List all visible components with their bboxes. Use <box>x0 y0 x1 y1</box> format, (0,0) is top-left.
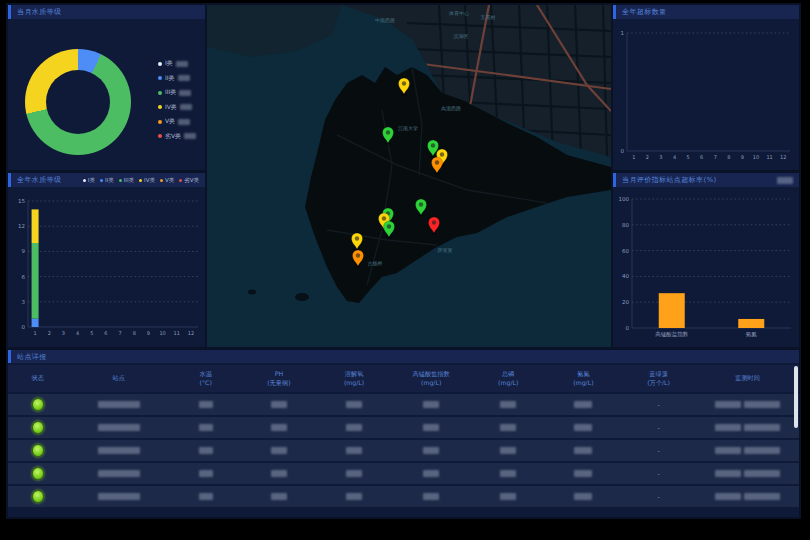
redacted-value <box>199 424 213 431</box>
monthly-grade-chart: I类II类III类IV类V类劣V类 <box>8 19 205 170</box>
status-cell <box>8 421 67 434</box>
bar-segment[interactable] <box>32 209 39 243</box>
value-cell <box>241 470 316 477</box>
monthly-rate-chart[interactable]: 020406080100高锰酸盐指数氨氮 <box>613 187 799 346</box>
legend-label: II类 <box>105 177 114 184</box>
value-cell <box>471 470 546 477</box>
column-header: 高锰酸盐指数(mg/L) <box>392 370 471 387</box>
table-row[interactable]: - <box>8 440 799 461</box>
redacted-value <box>574 493 592 500</box>
bar-segment[interactable] <box>659 293 685 328</box>
svg-text:9: 9 <box>147 330 150 336</box>
redacted-value <box>715 470 741 477</box>
redacted-value <box>744 470 780 477</box>
legend-item[interactable]: I类 <box>83 177 95 184</box>
legend-dot <box>119 179 122 182</box>
value-cell <box>241 424 316 431</box>
value-cell <box>392 447 471 454</box>
column-header: PH(无量纲) <box>241 370 316 387</box>
redacted-value <box>574 447 592 454</box>
panel-monthly-grade: 当月水质等级 I类II类III类IV类V类劣V类 <box>8 5 205 170</box>
redacted-value <box>98 401 140 408</box>
value-cell <box>546 493 621 500</box>
table-row[interactable]: - <box>8 417 799 438</box>
column-header: 状态 <box>8 374 67 383</box>
redacted-value <box>199 447 213 454</box>
table-scrollbar-thumb[interactable] <box>794 366 798 428</box>
redacted-value <box>423 470 439 477</box>
redacted-value <box>98 470 140 477</box>
legend-label: I类 <box>88 177 95 184</box>
redacted-value <box>500 493 516 500</box>
map-street-label: 薛家里 <box>438 247 453 253</box>
value-cell: - <box>621 424 696 431</box>
redacted-value <box>179 90 191 96</box>
svg-text:2: 2 <box>646 154 649 160</box>
column-header: 总磷(mg/L) <box>471 370 546 387</box>
panel-monthly-rate-header: 当月评价指标站点超标率(%) <box>613 173 799 187</box>
status-cell <box>8 398 67 411</box>
legend-item[interactable]: V类 <box>158 117 196 126</box>
bar-segment[interactable] <box>738 319 764 328</box>
redacted-value <box>744 401 780 408</box>
legend-item[interactable]: IV类 <box>158 103 196 112</box>
value-cell <box>170 424 241 431</box>
panel-annual-exceed: 全年超标数量 01123456789101112 <box>613 5 799 170</box>
legend-item[interactable]: I类 <box>158 59 196 68</box>
status-indicator-normal <box>32 490 44 503</box>
table-row[interactable]: - <box>8 394 799 415</box>
value-cell <box>392 424 471 431</box>
redacted-value <box>715 447 741 454</box>
value-cell <box>546 401 621 408</box>
bar-segment[interactable] <box>32 319 39 327</box>
legend-item[interactable]: IV类 <box>139 177 155 184</box>
svg-text:0: 0 <box>621 148 625 154</box>
redacted-value <box>715 493 741 500</box>
legend-item[interactable]: III类 <box>119 177 134 184</box>
column-header: 监测时间 <box>696 374 799 383</box>
redacted-value <box>180 104 192 110</box>
legend-label: II类 <box>165 74 175 83</box>
legend-item[interactable]: II类 <box>158 74 196 83</box>
map-street-label: 体育中心 <box>448 10 469 16</box>
redacted-value <box>423 493 439 500</box>
annual-grade-chart[interactable]: 03691215123456789101112 <box>8 187 205 345</box>
redacted-value <box>271 493 287 500</box>
dashboard-screen: { "panels": { "monthly_grade": {"title":… <box>0 0 810 540</box>
value-cell: - <box>621 470 696 477</box>
legend-item[interactable]: II类 <box>100 177 114 184</box>
legend-item[interactable]: V类 <box>160 177 174 184</box>
table-header-row: 状态站点水温(°C)PH(无量纲)溶解氧(mg/L)高锰酸盐指数(mg/L)总磷… <box>8 365 799 392</box>
legend-item[interactable]: 劣V类 <box>158 132 196 141</box>
redacted-value <box>178 75 190 81</box>
legend-dot <box>179 179 182 182</box>
legend-item[interactable]: III类 <box>158 88 196 97</box>
panel-action-redacted[interactable] <box>777 177 793 184</box>
value-cell <box>67 470 170 477</box>
legend-label: III类 <box>124 177 134 184</box>
legend-label: 劣V类 <box>184 177 199 184</box>
redacted-value <box>574 401 592 408</box>
map-street-label: 高浪西路 <box>441 105 461 112</box>
value-cell <box>546 447 621 454</box>
panel-title: 站点详报 <box>17 352 47 362</box>
svg-text:3: 3 <box>22 299 26 305</box>
redacted-value <box>199 493 213 500</box>
legend-dot <box>158 105 162 109</box>
table-row[interactable]: - <box>8 463 799 484</box>
svg-text:7: 7 <box>118 330 121 336</box>
bar-segment[interactable] <box>32 243 39 319</box>
value-cell: - <box>621 447 696 454</box>
value-cell: - <box>621 493 696 500</box>
table-row[interactable]: - <box>8 486 799 507</box>
annual-exceed-chart[interactable]: 01123456789101112 <box>613 19 799 169</box>
legend-item[interactable]: 劣V类 <box>179 177 199 184</box>
panel-annual-grade: 全年水质等级 I类II类III类IV类V类劣V类 036912151234567… <box>8 173 205 347</box>
panel-title: 当月评价指标站点超标率(%) <box>622 175 717 185</box>
redacted-value <box>98 493 140 500</box>
svg-text:10: 10 <box>159 330 165 336</box>
column-header: 蓝绿藻(万个/L) <box>621 370 696 387</box>
map[interactable]: 体育中心中南西路五星村滨湖区高浪西路江南大学薛家里古杨桥 <box>207 5 611 347</box>
annual-grade-legend: I类II类III类IV类V类劣V类 <box>83 177 199 184</box>
redacted-value <box>271 447 287 454</box>
